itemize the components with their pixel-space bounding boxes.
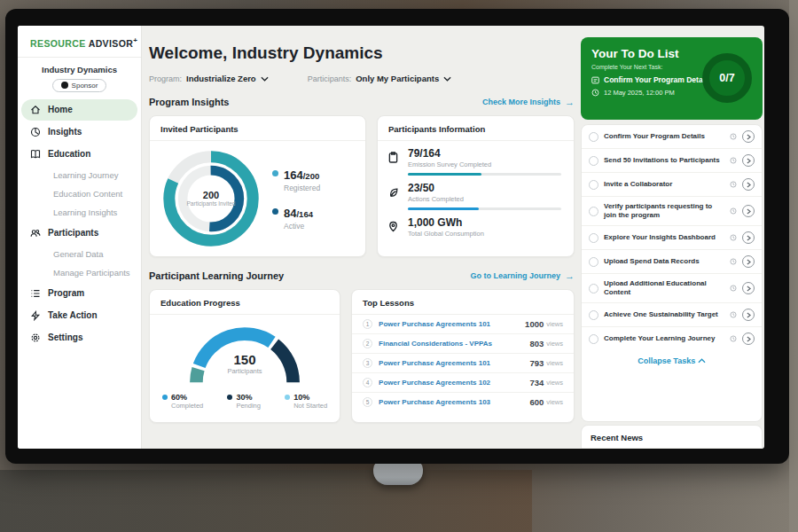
- program-filter[interactable]: Program: Industrialize Zero: [149, 74, 269, 83]
- chevron-right-icon: [747, 259, 751, 265]
- collapse-tasks-link[interactable]: Collapse Tasks: [582, 350, 762, 372]
- lesson-link[interactable]: Power Purchase Agreements 101: [379, 359, 529, 367]
- task-row: Complete Your Learning Journey: [582, 327, 762, 350]
- task-row: Explore Your Insights Dashboard: [582, 226, 762, 250]
- task-open-button[interactable]: [742, 130, 755, 143]
- app-logo[interactable]: RESOURCE ADVISOR+: [18, 26, 141, 58]
- task-checkbox[interactable]: [589, 180, 598, 190]
- lesson-link[interactable]: Power Purchase Agreements 103: [379, 398, 529, 406]
- home-icon: [30, 105, 41, 115]
- legend-active: 84/164 Active: [272, 205, 320, 231]
- todo-panel: Your To Do List Complete Your Next Task:…: [581, 26, 763, 449]
- views-word: views: [546, 398, 563, 406]
- sidebar-item-take-action[interactable]: Take Action: [21, 305, 137, 326]
- clock-icon: [730, 157, 737, 164]
- sidebar-item-education[interactable]: Education: [21, 144, 137, 165]
- consumption-icon: [388, 221, 398, 232]
- task-open-button[interactable]: [742, 332, 755, 345]
- stat-emission-survey: 79/164 Emission Survey Completed: [378, 141, 574, 176]
- todo-header-card: Your To Do List Complete Your Next Task:…: [581, 37, 763, 120]
- sidebar: RESOURCE ADVISOR+ Industry Dynamics Spon…: [18, 26, 142, 449]
- stat-label: Emission Survey Completed: [408, 160, 561, 168]
- lesson-row: 2 Financial Considerations - VPPAs 803 v…: [352, 334, 574, 354]
- task-checkbox[interactable]: [589, 257, 598, 267]
- sidebar-item-program[interactable]: Program: [21, 283, 137, 304]
- filters-row: Program: Industrialize Zero Participants…: [149, 74, 575, 83]
- task-checkbox[interactable]: [589, 156, 598, 166]
- sidebar-item-manage-participants[interactable]: Manage Participants: [18, 263, 141, 282]
- chevron-right-icon: [747, 208, 751, 215]
- actions-icon: [388, 187, 399, 198]
- legend-label: Pending: [236, 402, 261, 410]
- task-checkbox[interactable]: [589, 310, 598, 320]
- brand-secondary: ADVISOR: [89, 38, 134, 49]
- legend-pct: 60%: [171, 393, 187, 402]
- education-icon: [30, 149, 41, 160]
- legend-label: Registered: [284, 184, 320, 192]
- task-open-button[interactable]: [742, 178, 755, 191]
- sidebar-item-learning-journey[interactable]: Learning Journey: [18, 166, 141, 184]
- task-checkbox[interactable]: [589, 334, 598, 344]
- task-checkbox[interactable]: [589, 207, 598, 216]
- task-checkbox[interactable]: [589, 233, 598, 243]
- task-icon: [591, 76, 599, 84]
- participants-icon: [30, 228, 41, 239]
- task-label: Complete Your Learning Journey: [604, 334, 724, 343]
- lesson-link[interactable]: Financial Considerations - VPPAs: [379, 340, 529, 348]
- chevron-right-icon: [747, 182, 751, 188]
- sidebar-item-participants[interactable]: Participants: [21, 223, 137, 244]
- participants-filter[interactable]: Participants: Only My Participants: [308, 74, 452, 83]
- dashboard-screen: RESOURCE ADVISOR+ Industry Dynamics Spon…: [18, 26, 764, 449]
- sidebar-item-home[interactable]: Home: [21, 99, 137, 121]
- task-checkbox[interactable]: [589, 132, 598, 142]
- legend-dot: [272, 208, 278, 215]
- clock-icon: [730, 234, 737, 241]
- task-label: Upload Additional Educational Content: [604, 279, 724, 297]
- program-icon: [30, 288, 41, 299]
- lesson-link[interactable]: Power Purchase Agreements 102: [379, 379, 529, 387]
- clock-icon: [591, 89, 599, 97]
- sponsor-badge[interactable]: Sponsor: [52, 79, 107, 92]
- lesson-row: 1 Power Purchase Agreements 101 1000 vie…: [352, 315, 574, 334]
- lesson-link[interactable]: Power Purchase Agreements 101: [379, 320, 525, 328]
- photo-scene: RESOURCE ADVISOR+ Industry Dynamics Spon…: [0, 0, 798, 532]
- sidebar-item-education-content[interactable]: Education Content: [18, 184, 141, 203]
- sidebar-item-label: Home: [48, 105, 73, 114]
- check-more-insights-link[interactable]: Check More Insights →: [482, 98, 575, 107]
- task-open-button[interactable]: [742, 255, 755, 268]
- lesson-views: 1000: [525, 319, 544, 329]
- task-label: Upload Spend Data Records: [604, 257, 724, 266]
- task-row: Invite a Collaborator: [582, 173, 762, 197]
- views-word: views: [546, 340, 563, 348]
- lesson-rank: 5: [363, 397, 372, 407]
- link-label: Go to Learning Journey: [470, 271, 560, 280]
- todo-next-task: Confirm Your Program Details: [604, 75, 711, 84]
- collapse-label: Collapse Tasks: [638, 356, 695, 365]
- task-open-button[interactable]: [742, 309, 755, 321]
- survey-icon: [388, 152, 398, 163]
- views-word: views: [546, 379, 563, 387]
- learning-cards-row: Education Progress 150 Participants: [149, 289, 575, 423]
- legend-value: 164: [284, 168, 303, 182]
- stat-label: Total Global Consumption: [408, 230, 561, 238]
- recent-news-card: Recent News: [581, 425, 763, 449]
- chevron-down-icon: [443, 76, 451, 82]
- views-word: views: [546, 320, 563, 328]
- task-open-button[interactable]: [742, 154, 755, 167]
- sidebar-item-label: Program: [48, 288, 84, 298]
- sponsor-icon: [61, 82, 68, 89]
- task-checkbox[interactable]: [589, 284, 598, 293]
- sidebar-item-learning-insights[interactable]: Learning Insights: [18, 203, 141, 222]
- sidebar-item-insights[interactable]: Insights: [21, 121, 137, 143]
- learning-journey-header: Participant Learning Journey Go to Learn…: [149, 270, 575, 281]
- go-to-learning-journey-link[interactable]: Go to Learning Journey →: [470, 271, 575, 281]
- task-open-button[interactable]: [742, 205, 755, 217]
- views-word: views: [546, 359, 563, 367]
- task-open-button[interactable]: [742, 231, 755, 244]
- legend-total: /200: [303, 171, 320, 181]
- sidebar-item-settings[interactable]: Settings: [21, 327, 137, 348]
- card-title: Participants Information: [378, 116, 574, 141]
- task-open-button[interactable]: [742, 282, 755, 294]
- todo-tasks-card: Confirm Your Program Details Send 50 Inv…: [581, 124, 763, 422]
- sidebar-item-general-data[interactable]: General Data: [18, 245, 141, 263]
